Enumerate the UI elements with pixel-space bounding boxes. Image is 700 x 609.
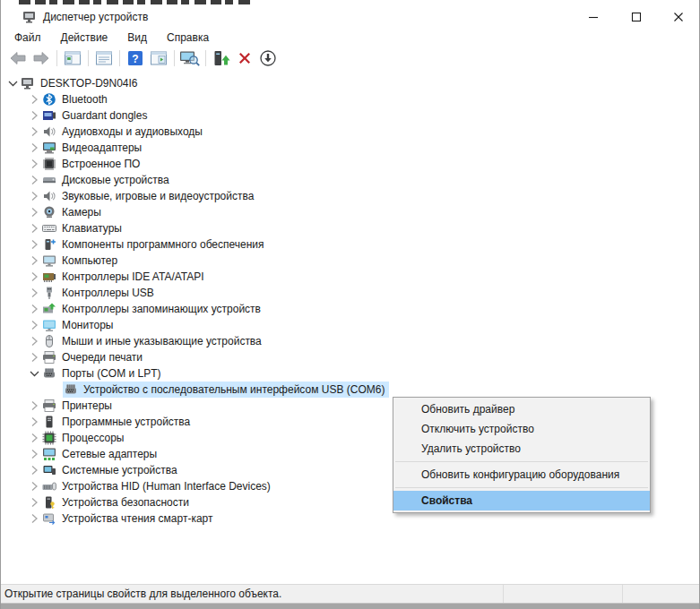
chevron-right-icon[interactable] [27,221,41,236]
tree-item-body[interactable]: Сетевые адаптеры [41,446,161,462]
context-menu-update-driver[interactable]: Обновить драйвер [393,399,650,419]
tree-item-body[interactable]: Контроллеры IDE ATA/ATAPI [41,269,209,285]
scan-hardware-button[interactable] [178,47,202,69]
tree-item[interactable]: Компьютер [2,253,698,269]
tree-item-body[interactable]: DESKTOP-D9N04I6 [20,75,143,91]
forward-button[interactable] [30,47,53,69]
tree-item[interactable]: Контроллеры запоминающих устройств [2,301,698,317]
tree-item-body[interactable]: Принтеры [41,398,117,414]
chevron-right-icon[interactable] [27,350,41,365]
chevron-right-icon[interactable] [27,302,41,316]
update-driver-button[interactable] [210,47,233,69]
context-menu-scan-hardware[interactable]: Обновить конфигурацию оборудования [393,465,650,485]
tree-item-body[interactable]: Bluetooth [41,91,112,107]
bluetooth-icon [42,92,56,107]
tree-item-body[interactable]: Встроенное ПО [41,156,144,172]
uninstall-device-button[interactable] [233,47,256,69]
tree-item[interactable]: Встроенное ПО [2,156,698,172]
console-tree-button[interactable] [61,47,84,69]
maximize-button[interactable] [616,5,656,29]
tree-item-body[interactable]: Контроллеры USB [41,285,159,301]
tree-item[interactable]: Guardant dongles [2,107,698,124]
tree-item[interactable]: Камеры [2,204,698,220]
tree-item-body[interactable]: Мыши и иные указывающие устройства [41,333,266,349]
chevron-right-icon[interactable] [27,205,41,219]
tree-item-body[interactable]: Устройства HID (Human Interface Devices) [41,478,275,494]
tree-item-body[interactable]: Компьютер [41,253,122,269]
chevron-right-icon[interactable] [27,431,41,445]
action-pane-button[interactable] [147,47,170,69]
tree-item-body[interactable]: Программные устройства [41,414,194,430]
tree-item[interactable]: Мыши и иные указывающие устройства [2,333,698,349]
tree-item[interactable]: Устройство с последовательным интерфейсо… [2,382,698,398]
tree-item-label: Очереди печати [62,349,143,365]
menu-action[interactable]: Действие [51,30,118,46]
tree-item-body[interactable]: Видеоадаптеры [41,140,146,156]
chevron-right-icon[interactable] [27,173,41,187]
chevron-right-icon[interactable] [27,253,41,268]
chevron-right-icon[interactable] [27,124,41,139]
tree-item[interactable]: Порты (COM и LPT) [2,365,698,382]
chevron-right-icon[interactable] [27,92,41,107]
chevron-right-icon[interactable] [27,270,41,284]
help-button[interactable]: ? [124,47,147,69]
tree-item-body[interactable]: Дисковые устройства [41,172,174,188]
tree-item[interactable]: Аудиовходы и аудиовыходы [2,124,698,140]
tree-item-body[interactable]: Мониторы [41,317,117,333]
chevron-right-icon[interactable] [27,511,41,526]
tree-item-body[interactable]: Устройства безопасности [41,494,194,510]
tree-item-body[interactable]: Процессоры [41,430,129,446]
chevron-right-icon[interactable] [27,415,41,429]
tree-item[interactable]: Звуковые, игровые и видеоустройства [2,188,698,204]
tree-item[interactable]: Клавиатуры [2,220,698,236]
tree-item-body[interactable]: Компоненты программного обеспечения [41,236,269,253]
tree-item[interactable]: Контроллеры USB [2,285,698,301]
tree-item-body[interactable]: Контроллеры запоминающих устройств [41,301,265,317]
minimize-button[interactable] [573,5,613,29]
printer-icon [42,399,56,413]
disable-device-button[interactable] [256,47,280,69]
chevron-right-icon[interactable] [27,237,41,252]
chevron-right-icon[interactable] [27,189,41,203]
context-menu-uninstall-device[interactable]: Удалить устройство [393,439,650,459]
menu-view[interactable]: Вид [117,30,157,46]
back-button[interactable] [6,47,30,69]
tree-item[interactable]: Контроллеры IDE ATA/ATAPI [2,269,698,285]
tree-item[interactable]: Очереди печати [2,349,698,365]
chevron-right-icon[interactable] [27,286,41,300]
tree-item[interactable]: Bluetooth [2,91,698,107]
chevron-right-icon[interactable] [27,334,41,348]
chevron-down-icon[interactable] [5,76,20,90]
chevron-down-icon[interactable] [27,366,41,381]
tree-item-body[interactable]: Аудиовходы и аудиовыходы [41,124,207,140]
chevron-right-icon[interactable] [27,479,41,493]
tree-item-body[interactable]: Очереди печати [41,349,147,365]
tree-item[interactable]: Компоненты программного обеспечения [2,236,698,253]
tree-item-body[interactable]: Устройства чтения смарт-карт [41,510,217,527]
tree-item-body[interactable]: Звуковые, игровые и видеоустройства [41,188,258,204]
tree-item-body[interactable]: Системные устройства [41,462,182,478]
chevron-right-icon[interactable] [27,108,41,123]
tree-item[interactable]: Мониторы [2,317,698,333]
menu-file[interactable]: Файл [4,30,51,46]
close-button[interactable] [658,5,698,29]
properties-button[interactable] [92,47,116,69]
chevron-right-icon[interactable] [27,495,41,510]
tree-item-body[interactable]: Guardant dongles [41,107,151,124]
chevron-right-icon[interactable] [27,399,41,413]
tree-item-body[interactable]: Порты (COM и LPT) [41,365,166,382]
menu-help[interactable]: Справка [157,30,219,46]
chevron-right-icon[interactable] [27,318,41,332]
chevron-right-icon[interactable] [27,463,41,477]
chevron-right-icon[interactable] [27,447,41,461]
chevron-right-icon[interactable] [27,141,41,155]
context-menu-disable-device[interactable]: Отключить устройство [393,419,650,439]
context-menu-properties[interactable]: Свойства [393,491,650,510]
tree-item-body[interactable]: Камеры [41,204,106,220]
chevron-right-icon[interactable] [27,157,41,171]
tree-item-body[interactable]: Клавиатуры [41,220,126,236]
tree-item[interactable]: DESKTOP-D9N04I6 [2,75,698,91]
tree-item[interactable]: Видеоадаптеры [2,140,698,156]
tree-item-selected[interactable]: Устройство с последовательным интерфейсо… [63,382,389,398]
tree-item[interactable]: Дисковые устройства [2,172,698,188]
